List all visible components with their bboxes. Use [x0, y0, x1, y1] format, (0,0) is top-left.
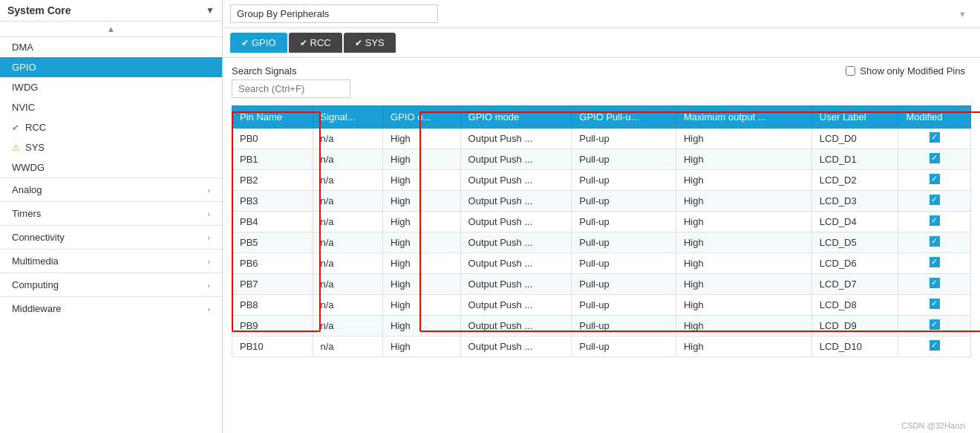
- sidebar-item-rcc[interactable]: ✔RCC: [0, 117, 222, 137]
- cell-modified-row-0[interactable]: [898, 128, 971, 149]
- table-row[interactable]: PB0n/aHighOutput Push ...Pull-upHighLCD_…: [232, 128, 971, 149]
- cell-3-row-5: Output Push ...: [460, 232, 572, 253]
- sidebar-expand-arrow[interactable]: ▲: [0, 22, 222, 37]
- table-row[interactable]: PB9n/aHighOutput Push ...Pull-upHighLCD_…: [232, 316, 971, 336]
- cell-6-row-10: LCD_D10: [811, 336, 898, 357]
- sidebar-section-timers[interactable]: Timers›: [0, 201, 222, 225]
- sidebar-item-gpio[interactable]: GPIO: [0, 57, 222, 77]
- cell-2-row-7: High: [383, 274, 461, 295]
- tab-label-gpio: GPIO: [252, 37, 276, 48]
- cell-modified-row-6[interactable]: [898, 253, 971, 274]
- sidebar-items-list: DMAGPIOIWDGNVIC✔RCC⚠SYSWWDG: [0, 37, 222, 178]
- cell-0-row-6: PB6: [232, 253, 313, 274]
- group-by-dropdown[interactable]: Group By PeripheralsGroup By ModeGroup B…: [230, 4, 438, 23]
- sidebar-section-multimedia[interactable]: Multimedia›: [0, 249, 222, 273]
- cell-3-row-1: Output Push ...: [460, 149, 572, 170]
- tab-check-icon-rcc: ✔: [300, 38, 307, 48]
- sidebar: System Core ▼ ▲ DMAGPIOIWDGNVIC✔RCC⚠SYSW…: [0, 0, 223, 433]
- cell-1-row-3: n/a: [313, 191, 383, 212]
- cell-0-row-0: PB0: [232, 128, 313, 149]
- cell-2-row-5: High: [383, 232, 461, 253]
- tab-rcc[interactable]: ✔RCC: [289, 33, 342, 53]
- table-row[interactable]: PB6n/aHighOutput Push ...Pull-upHighLCD_…: [232, 253, 971, 274]
- cell-4-row-9: Pull-up: [572, 316, 676, 336]
- tab-sys[interactable]: ✔SYS: [344, 33, 396, 53]
- cell-0-row-10: PB10: [232, 336, 313, 357]
- cell-modified-row-9[interactable]: [898, 316, 971, 336]
- cell-modified-row-5[interactable]: [898, 232, 971, 253]
- table-row[interactable]: PB2n/aHighOutput Push ...Pull-upHighLCD_…: [232, 170, 971, 191]
- col-header-maximum-output----: Maximum output ...: [676, 106, 811, 128]
- cell-modified-row-3[interactable]: [898, 191, 971, 212]
- cell-2-row-10: High: [383, 336, 461, 357]
- cell-1-row-2: n/a: [313, 170, 383, 191]
- table-row[interactable]: PB8n/aHighOutput Push ...Pull-upHighLCD_…: [232, 295, 971, 316]
- cell-4-row-10: Pull-up: [572, 336, 676, 357]
- table-row[interactable]: PB4n/aHighOutput Push ...Pull-upHighLCD_…: [232, 212, 971, 232]
- cell-0-row-7: PB7: [232, 274, 313, 295]
- cell-5-row-8: High: [676, 295, 811, 316]
- cell-modified-row-4[interactable]: [898, 212, 971, 232]
- cell-1-row-10: n/a: [313, 336, 383, 357]
- table-row[interactable]: PB3n/aHighOutput Push ...Pull-upHighLCD_…: [232, 191, 971, 212]
- cell-6-row-7: LCD_D7: [811, 274, 898, 295]
- sidebar-section-analog[interactable]: Analog›: [0, 178, 222, 201]
- cell-5-row-0: High: [676, 128, 811, 149]
- cell-4-row-2: Pull-up: [572, 170, 676, 191]
- cell-2-row-0: High: [383, 128, 461, 149]
- cell-2-row-4: High: [383, 212, 461, 232]
- cell-1-row-5: n/a: [313, 232, 383, 253]
- cell-3-row-3: Output Push ...: [460, 191, 572, 212]
- cell-modified-row-2[interactable]: [898, 170, 971, 191]
- tab-gpio[interactable]: ✔GPIO: [230, 33, 287, 53]
- chevron-right-icon-analog: ›: [207, 186, 210, 195]
- cell-modified-row-10[interactable]: [898, 336, 971, 357]
- main-panel: Group By PeripheralsGroup By ModeGroup B…: [223, 0, 980, 433]
- cell-2-row-9: High: [383, 316, 461, 336]
- sys-status-icon: ⚠: [12, 143, 22, 153]
- tabs-bar: ✔GPIO✔RCC✔SYS: [223, 28, 980, 58]
- sidebar-header[interactable]: System Core ▼: [0, 0, 222, 22]
- sidebar-title: System Core: [7, 4, 71, 16]
- cell-3-row-4: Output Push ...: [460, 212, 572, 232]
- sidebar-item-sys[interactable]: ⚠SYS: [0, 137, 222, 157]
- sidebar-item-dma[interactable]: DMA: [0, 37, 222, 57]
- cell-0-row-4: PB4: [232, 212, 313, 232]
- tab-check-icon-gpio: ✔: [241, 38, 249, 48]
- cell-4-row-1: Pull-up: [572, 149, 676, 170]
- show-modified-checkbox[interactable]: [846, 66, 855, 76]
- table-row[interactable]: PB1n/aHighOutput Push ...Pull-upHighLCD_…: [232, 149, 971, 170]
- modified-checkbox-checked-3: [930, 195, 940, 205]
- sidebar-item-label-nvic: NVIC: [12, 102, 35, 113]
- cell-3-row-10: Output Push ...: [460, 336, 572, 357]
- cell-1-row-7: n/a: [313, 274, 383, 295]
- sidebar-item-iwdg[interactable]: IWDG: [0, 77, 222, 97]
- sidebar-item-wwdg[interactable]: WWDG: [0, 157, 222, 178]
- col-header-gpio-mode: GPIO mode: [460, 106, 572, 128]
- cell-4-row-0: Pull-up: [572, 128, 676, 149]
- sidebar-sections-list: Analog›Timers›Connectivity›Multimedia›Co…: [0, 178, 222, 320]
- sidebar-chevron-down-icon: ▼: [206, 5, 215, 16]
- cell-1-row-9: n/a: [313, 316, 383, 336]
- cell-1-row-8: n/a: [313, 295, 383, 316]
- col-header-gpio-o---: GPIO o...: [383, 106, 461, 128]
- cell-5-row-1: High: [676, 149, 811, 170]
- search-input[interactable]: [232, 79, 350, 98]
- table-row[interactable]: PB5n/aHighOutput Push ...Pull-upHighLCD_…: [232, 232, 971, 253]
- sidebar-item-nvic[interactable]: NVIC: [0, 97, 222, 117]
- cell-3-row-7: Output Push ...: [460, 274, 572, 295]
- cell-modified-row-7[interactable]: [898, 274, 971, 295]
- cell-modified-row-1[interactable]: [898, 149, 971, 170]
- modified-checkbox-checked-7: [930, 278, 940, 288]
- cell-modified-row-8[interactable]: [898, 295, 971, 316]
- col-header-gpio-pull-u---: GPIO Pull-u...: [572, 106, 676, 128]
- cell-6-row-1: LCD_D1: [811, 149, 898, 170]
- sidebar-section-computing[interactable]: Computing›: [0, 273, 222, 296]
- cell-0-row-3: PB3: [232, 191, 313, 212]
- table-row[interactable]: PB7n/aHighOutput Push ...Pull-upHighLCD_…: [232, 274, 971, 295]
- modified-checkbox-checked-0: [930, 132, 940, 143]
- tab-label-sys: SYS: [365, 37, 385, 48]
- sidebar-section-middleware[interactable]: Middleware›: [0, 296, 222, 320]
- sidebar-section-connectivity[interactable]: Connectivity›: [0, 225, 222, 249]
- table-row[interactable]: PB10n/aHighOutput Push ...Pull-upHighLCD…: [232, 336, 971, 357]
